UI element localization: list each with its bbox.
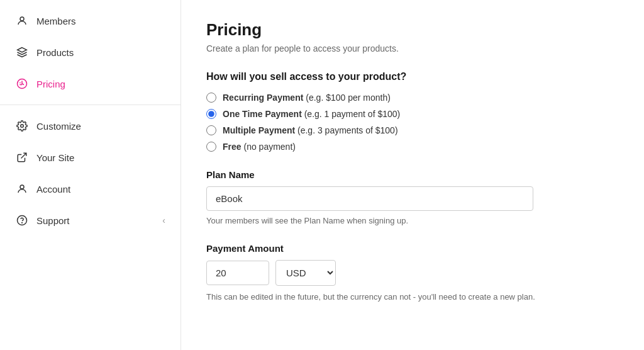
page-title: Pricing (206, 20, 619, 40)
svg-point-2 (21, 125, 24, 128)
sidebar-item-pricing-label: Pricing (36, 79, 65, 89)
your-site-icon (15, 150, 29, 164)
payment-options-group: Recurring Payment (e.g. $100 per month) … (206, 93, 619, 152)
payment-amount-label: Payment Amount (206, 243, 619, 254)
sidebar-item-customize-label: Customize (36, 121, 81, 132)
sidebar-item-members-label: Members (36, 16, 76, 26)
svg-point-0 (20, 17, 24, 21)
members-icon (15, 14, 29, 28)
payment-amount-hint: This can be edited in the future, but th… (206, 292, 619, 302)
radio-recurring[interactable]: Recurring Payment (e.g. $100 per month) (206, 93, 619, 103)
sidebar-item-products[interactable]: Products (0, 37, 180, 68)
customize-icon (15, 119, 29, 133)
radio-multiple[interactable]: Multiple Payment (e.g. 3 payments of $10… (206, 125, 619, 135)
sidebar-item-your-site-label: Your Site (36, 152, 74, 163)
pricing-icon (15, 77, 29, 91)
radio-one-time[interactable]: One Time Payment (e.g. 1 payment of $100… (206, 109, 619, 119)
radio-one-time-input[interactable] (206, 109, 216, 119)
plan-name-input[interactable] (206, 186, 533, 211)
sidebar-item-customize[interactable]: Customize (0, 110, 180, 142)
svg-line-3 (21, 153, 26, 158)
sidebar-item-members[interactable]: Members (0, 5, 180, 37)
svg-point-4 (20, 185, 24, 189)
sidebar-item-support[interactable]: Support ‹ (0, 205, 180, 236)
sidebar-item-account-label: Account (36, 184, 70, 195)
products-icon (15, 45, 29, 59)
currency-select[interactable]: USD EUR GBP CAD AUD (275, 260, 336, 286)
sidebar-item-pricing[interactable]: Pricing (0, 68, 180, 99)
sidebar-item-products-label: Products (36, 47, 74, 58)
amount-input[interactable] (206, 261, 269, 285)
payment-type-section: How will you sell access to your product… (206, 71, 619, 152)
radio-multiple-input[interactable] (206, 125, 216, 135)
page-subtitle: Create a plan for people to access your … (206, 43, 619, 54)
radio-free-input[interactable] (206, 142, 216, 152)
sidebar-item-account[interactable]: Account (0, 173, 180, 205)
collapse-icon[interactable]: ‹ (162, 215, 165, 225)
main-content: Pricing Create a plan for people to acce… (181, 0, 644, 350)
plan-name-section: Plan Name Your members will see the Plan… (206, 169, 619, 225)
sidebar-divider-1 (0, 104, 180, 105)
sidebar-item-your-site[interactable]: Your Site (0, 142, 180, 173)
plan-name-label: Plan Name (206, 169, 619, 180)
support-icon (15, 213, 29, 227)
payment-question: How will you sell access to your product… (206, 71, 619, 82)
radio-recurring-input[interactable] (206, 93, 216, 103)
payment-amount-section: Payment Amount USD EUR GBP CAD AUD This … (206, 243, 619, 302)
payment-amount-row: USD EUR GBP CAD AUD (206, 260, 619, 286)
sidebar: Members Products Pricing Customize Your … (0, 0, 181, 350)
plan-name-hint: Your members will see the Plan Name when… (206, 216, 619, 225)
account-icon (15, 182, 29, 196)
sidebar-item-support-label: Support (36, 215, 70, 226)
radio-free[interactable]: Free (no payment) (206, 142, 619, 152)
